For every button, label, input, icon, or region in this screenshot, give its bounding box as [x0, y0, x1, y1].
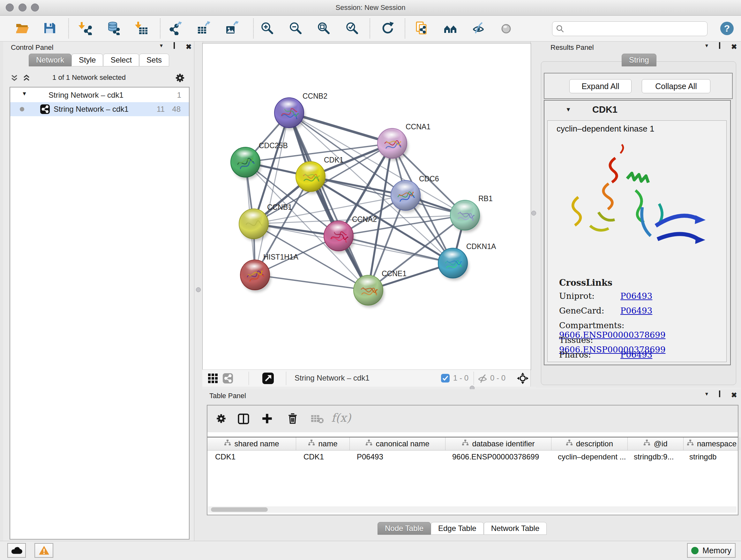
crosslink-link[interactable]: P06493 — [620, 291, 652, 301]
graphics-details-icon[interactable] — [415, 21, 429, 35]
gene-card-collapse-icon[interactable]: ▼ — [565, 106, 571, 113]
control-panel-menu-icon[interactable]: ▼ — [159, 43, 164, 48]
tab-sets[interactable]: Sets — [139, 54, 169, 66]
expand-all-button[interactable]: Expand All — [569, 79, 631, 93]
crosslink-link[interactable]: P06493 — [620, 350, 652, 360]
network-options-gear-icon[interactable] — [174, 72, 186, 85]
column-header-label: shared name — [234, 439, 279, 448]
left-splitter-handle[interactable] — [196, 287, 201, 292]
warnings-button[interactable] — [35, 543, 53, 558]
network-node-cdk1[interactable]: CDK1 — [296, 156, 343, 194]
apply-layout-icon[interactable] — [381, 21, 394, 35]
export-network-icon[interactable] — [168, 21, 182, 35]
tab-edge-table[interactable]: Edge Table — [431, 522, 484, 535]
network-node-cdkn1a[interactable]: CDKN1A — [438, 242, 496, 280]
save-session-icon[interactable] — [43, 21, 57, 35]
column-type-icon — [566, 439, 573, 448]
control-panel-close-icon[interactable]: ✖ — [186, 43, 192, 51]
results-panel-float-icon[interactable] — [719, 43, 720, 49]
collection-expand-icon[interactable]: ▼ — [22, 91, 27, 97]
table-cell[interactable]: P06493 — [349, 450, 445, 464]
collapse-all-button[interactable]: Collapse All — [642, 79, 711, 93]
center-view-icon[interactable] — [517, 373, 529, 385]
results-panel-close-icon[interactable]: ✖ — [731, 43, 737, 51]
column-header--id[interactable]: @id — [628, 437, 684, 450]
show-columns-icon[interactable] — [237, 413, 250, 425]
zoom-in-icon[interactable] — [260, 21, 274, 35]
network-canvas[interactable]: CCNB2CCNA1CDC25BCDK1CDC6RB1CCNB1CCNA2CDK… — [202, 43, 531, 370]
column-header-canonical-name[interactable]: canonical name — [350, 437, 446, 450]
table-row[interactable]: CDK1CDK1P064939606.ENSP00000378699cyclin… — [207, 450, 738, 464]
toolbar-separator — [474, 372, 474, 385]
hidden-items-icon — [477, 374, 488, 385]
tab-node-table[interactable]: Node Table — [378, 522, 431, 535]
results-panel-menu-icon[interactable]: ▼ — [704, 43, 709, 48]
column-header-shared-name[interactable]: shared name — [207, 437, 296, 450]
zoom-selected-icon[interactable] — [345, 21, 359, 35]
column-header-name[interactable]: name — [296, 437, 350, 450]
network-edge[interactable] — [289, 113, 368, 290]
first-neighbors-icon[interactable] — [443, 21, 457, 35]
hide-selected-icon[interactable] — [471, 21, 485, 35]
zoom-fit-icon[interactable] — [317, 21, 331, 35]
crosslink-link[interactable]: P06493 — [620, 306, 652, 315]
network-edge[interactable] — [255, 113, 289, 275]
tab-select[interactable]: Select — [103, 54, 139, 66]
table-cell[interactable]: stringdb — [682, 450, 738, 464]
import-network-file-icon[interactable] — [78, 21, 92, 35]
birds-eye-view-icon[interactable] — [262, 373, 274, 385]
network-tree: ▼ String Network – cdk1 1 String Network… — [10, 87, 190, 540]
column-header-description[interactable]: description — [551, 437, 628, 450]
table-horizontal-scrollbar[interactable] — [208, 506, 737, 513]
help-icon[interactable]: ? — [720, 22, 734, 35]
zoom-out-icon[interactable] — [288, 21, 302, 35]
network-edge[interactable] — [255, 275, 368, 290]
table-panel-float-icon[interactable] — [719, 391, 720, 397]
scrollbar-thumb[interactable] — [211, 507, 268, 512]
network-node-hist1h1a[interactable]: HIST1H1A — [240, 253, 299, 292]
tab-network-table[interactable]: Network Table — [484, 522, 547, 535]
show-all-icon[interactable] — [499, 21, 513, 35]
import-table-file-icon[interactable] — [135, 21, 149, 35]
tab-network[interactable]: Network — [29, 54, 71, 66]
right-splitter[interactable] — [530, 42, 537, 388]
left-splitter[interactable] — [194, 42, 203, 541]
column-header-namespace[interactable]: namespace — [684, 437, 740, 450]
memory-button[interactable]: Memory — [687, 543, 736, 558]
tab-style[interactable]: Style — [71, 54, 103, 66]
node-label: CDC25B — [259, 141, 288, 150]
network-edge[interactable] — [339, 236, 453, 263]
table-options-gear-icon[interactable] — [215, 413, 228, 425]
table-cell[interactable]: cyclin–dependent ... — [550, 450, 626, 464]
gene-card-header[interactable]: ▼ CDK1 — [544, 101, 730, 119]
search-input[interactable] — [567, 22, 702, 35]
table-cell[interactable]: CDK1 — [296, 450, 349, 464]
network-node-ccnb2[interactable]: CCNB2 — [274, 92, 327, 130]
create-column-icon[interactable] — [261, 413, 274, 425]
table-cell[interactable]: stringdb:9... — [626, 450, 682, 464]
cloud-button[interactable] — [7, 543, 26, 558]
import-network-database-icon[interactable] — [106, 21, 120, 35]
selected-checkbox[interactable] — [441, 374, 450, 382]
crosslinks-title: CrossLinks — [559, 278, 612, 288]
node-label: CDC6 — [419, 175, 439, 183]
results-panel-tabs: String — [622, 54, 657, 66]
delete-column-icon[interactable] — [286, 413, 299, 425]
export-table-icon[interactable] — [196, 21, 210, 35]
open-session-icon[interactable] — [15, 21, 29, 35]
export-image-icon[interactable] — [225, 21, 239, 35]
table-cell[interactable]: CDK1 — [207, 450, 296, 464]
right-splitter-handle[interactable] — [531, 211, 536, 215]
table-cell[interactable]: 9606.ENSP00000378699 — [445, 450, 550, 464]
control-panel-float-icon[interactable] — [174, 43, 175, 49]
column-header-database-identifier[interactable]: database identifier — [446, 437, 551, 450]
grid-view-icon[interactable] — [208, 374, 218, 384]
table-panel-menu-icon[interactable]: ▼ — [704, 391, 709, 396]
network-row[interactable]: String Network – cdk1 11 48 — [10, 102, 189, 116]
tab-string[interactable]: String — [622, 54, 657, 66]
network-node-rb1[interactable]: RB1 — [450, 194, 493, 233]
network-node-ccna1[interactable]: CCNA1 — [378, 123, 430, 161]
network-collection-row[interactable]: ▼ String Network – cdk1 1 — [10, 88, 189, 102]
table-panel-close-icon[interactable]: ✖ — [731, 391, 737, 399]
network-view-icon[interactable] — [223, 373, 233, 385]
